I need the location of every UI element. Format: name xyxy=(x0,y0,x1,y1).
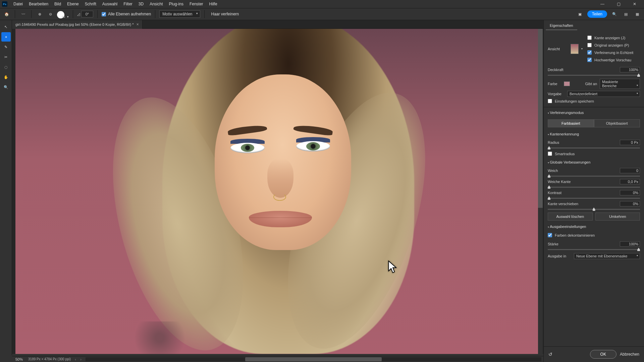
remember-settings-checkbox[interactable]: Einstellungen speichern xyxy=(548,98,640,104)
canvas-area[interactable] xyxy=(12,29,543,354)
decontaminate-checkbox[interactable]: Farben dekontaminieren xyxy=(548,232,640,238)
menu-3d[interactable]: 3D xyxy=(136,1,146,7)
vertical-scrollbar[interactable] xyxy=(538,29,543,354)
feather-value[interactable]: 0,0 Px xyxy=(620,179,640,184)
subtract-selection-icon[interactable]: ⊖ xyxy=(46,10,54,18)
horizontal-scroll-thumb[interactable] xyxy=(245,357,382,361)
properties-tab[interactable]: Eigenschaften xyxy=(546,21,577,30)
preset-label: Vorgabe xyxy=(548,92,565,96)
close-button[interactable]: ✕ xyxy=(627,0,642,8)
ok-button[interactable]: OK xyxy=(590,350,616,359)
dropdown-chevron-icon[interactable]: ▾ xyxy=(67,15,69,18)
edge-detect-header[interactable]: Kantenerkennung xyxy=(544,130,644,138)
home-icon[interactable]: 🏠 xyxy=(3,10,11,18)
decontaminate-label: Farben dekontaminieren xyxy=(555,233,595,237)
document-artwork xyxy=(15,29,540,354)
radius-slider[interactable] xyxy=(548,147,640,148)
brush-size-value: 65 xyxy=(62,15,65,18)
refine-brush-tool-icon[interactable]: ✂ xyxy=(1,52,11,62)
output-to-dropdown[interactable]: Neue Ebene mit Ebenenmaske xyxy=(574,253,640,259)
portrait-nose xyxy=(267,159,293,198)
radius-value[interactable]: 0 Px xyxy=(620,140,640,145)
ps-logo: Ps xyxy=(2,1,7,7)
menu-window[interactable]: Fenster xyxy=(187,1,206,7)
smooth-value[interactable]: 0 xyxy=(620,168,640,173)
document-tab[interactable]: girl-1846490 Pexels auf Pixabay.jpg bei … xyxy=(12,20,143,29)
menu-edit[interactable]: Bearbeiten xyxy=(26,1,51,7)
horizontal-scrollbar[interactable] xyxy=(86,357,541,361)
clear-selection-button[interactable]: Auswahl löschen xyxy=(548,213,593,221)
preset-dropdown[interactable]: Benutzerdefiniert xyxy=(567,91,640,97)
feather-slider[interactable] xyxy=(548,187,640,188)
select-subject-dropdown[interactable]: Motiv auswählen xyxy=(159,10,200,18)
maximize-button[interactable]: ▢ xyxy=(611,0,626,8)
menu-layer[interactable]: Ebene xyxy=(64,1,82,7)
zoom-tool-icon[interactable]: 🔍 xyxy=(1,82,11,92)
realtime-refine-checkbox[interactable]: Verfeinerung in Echtzeit xyxy=(587,49,640,56)
vertical-scroll-thumb[interactable] xyxy=(538,29,543,208)
cloud-docs-icon[interactable]: ▣ xyxy=(576,10,584,18)
invert-selection-button[interactable]: Umkehren xyxy=(595,213,640,221)
amount-slider[interactable] xyxy=(548,249,640,250)
arrange-icon[interactable]: ▦ xyxy=(633,10,641,18)
brush-tool-icon[interactable]: ✎ xyxy=(1,42,11,52)
separator xyxy=(15,10,15,18)
mode-color-button[interactable]: Farbbasiert xyxy=(548,119,594,127)
info-next-icon[interactable]: › xyxy=(78,357,84,361)
global-refine-header[interactable]: Globale Verbesserungen xyxy=(544,158,644,166)
overlay-color-swatch[interactable] xyxy=(564,81,570,86)
mode-object-button[interactable]: Objektbasiert xyxy=(594,119,640,127)
view-thumbnail[interactable] xyxy=(571,44,579,54)
share-button[interactable]: Teilen xyxy=(587,10,607,18)
move-tool-icon[interactable]: ↖ xyxy=(1,22,11,32)
menu-help[interactable]: Hilfe xyxy=(207,1,220,7)
hand-tool-icon[interactable]: ✋ xyxy=(1,72,11,82)
sample-all-layers-checkbox[interactable]: Alle Ebenen aufnehmen xyxy=(102,12,151,16)
smooth-slider[interactable] xyxy=(548,176,640,177)
shift-edge-slider[interactable] xyxy=(548,209,640,210)
zoom-level[interactable]: 50% xyxy=(12,357,26,361)
menu-view[interactable]: Ansicht xyxy=(147,1,165,7)
high-quality-checkbox[interactable]: Hochwertige Vorschau xyxy=(587,57,640,63)
quick-select-tool-icon[interactable]: ⌖ xyxy=(1,32,11,42)
portrait-nose-ring xyxy=(273,193,286,201)
amount-value[interactable]: 100% xyxy=(620,241,640,247)
view-dropdown-icon[interactable]: ▾ xyxy=(581,47,583,50)
reset-icon[interactable]: ↺ xyxy=(548,352,552,357)
opacity-value[interactable]: 100% xyxy=(620,67,640,72)
menu-plugins[interactable]: Plug-ins xyxy=(166,1,186,7)
refine-mode-header[interactable]: Verfeinerungsmodus xyxy=(544,109,644,117)
cancel-button[interactable]: Abbrechen xyxy=(620,352,639,357)
angle-input[interactable] xyxy=(81,11,93,17)
show-edge-checkbox[interactable]: Kante anzeigen (J) xyxy=(587,35,640,41)
angle-icon: ◿ xyxy=(77,12,80,16)
menu-select[interactable]: Auswahl xyxy=(100,1,120,7)
add-selection-icon[interactable]: ⊕ xyxy=(36,10,44,18)
show-original-label: Original anzeigen (P) xyxy=(594,43,629,47)
output-settings-header[interactable]: Ausgabeeinstellungen xyxy=(544,223,644,231)
amount-label: Stärke xyxy=(548,242,558,246)
contrast-slider[interactable] xyxy=(548,198,640,199)
contrast-value[interactable]: 0% xyxy=(620,190,640,195)
indicates-dropdown[interactable]: Maskierte Bereiche xyxy=(600,79,640,89)
info-prev-icon[interactable]: ‹ xyxy=(73,357,78,361)
close-tab-icon[interactable]: × xyxy=(137,22,139,27)
menu-file[interactable]: Datei xyxy=(11,1,25,7)
search-icon[interactable]: 🔍 xyxy=(610,10,619,18)
menu-image[interactable]: Bild xyxy=(52,1,64,7)
refine-hair-button[interactable]: Haar verfeinern xyxy=(209,11,242,17)
menu-filter[interactable]: Filter xyxy=(121,1,135,7)
show-original-checkbox[interactable]: Original anzeigen (P) xyxy=(587,42,640,48)
lasso-tool-icon[interactable]: ◌ xyxy=(1,62,11,72)
tool-preset-icon[interactable]: 〰 xyxy=(19,10,27,18)
smart-radius-checkbox[interactable]: Smartradius xyxy=(548,150,640,157)
opacity-slider[interactable] xyxy=(548,75,640,76)
menu-type[interactable]: Schrift xyxy=(82,1,99,7)
minimize-button[interactable]: — xyxy=(595,0,610,8)
separator xyxy=(97,10,98,18)
shift-edge-value[interactable]: 0% xyxy=(620,201,640,206)
workspace-icon[interactable]: ▤ xyxy=(622,10,630,18)
indicates-label: Gibt an xyxy=(585,82,597,86)
sample-all-label: Alle Ebenen aufnehmen xyxy=(108,12,151,16)
remember-label: Einstellungen speichern xyxy=(555,99,594,103)
